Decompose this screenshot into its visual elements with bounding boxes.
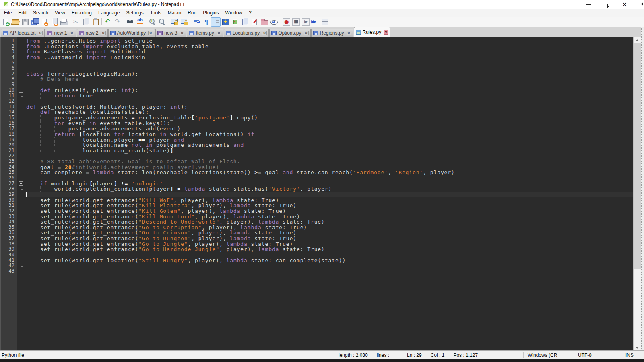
- macro-play-button[interactable]: [301, 17, 310, 27]
- code-line[interactable]: 21 location.can_reach(state)]: [1, 148, 633, 154]
- save-all-button[interactable]: [30, 17, 39, 27]
- code-line[interactable]: 26: [1, 175, 633, 181]
- function-completion-button[interactable]: [221, 17, 230, 27]
- code-line[interactable]: 43: [1, 269, 633, 274]
- macro-record-button[interactable]: [281, 17, 291, 27]
- code-line[interactable]: 29: [1, 192, 633, 197]
- find-button[interactable]: [125, 17, 135, 27]
- code-line[interactable]: 1from ..generic.Rules import set_rule: [1, 38, 633, 44]
- tab-close-icon[interactable]: ×: [384, 30, 388, 35]
- macro-save-button[interactable]: [320, 17, 330, 27]
- open-file-button[interactable]: [10, 17, 20, 27]
- menu-item-file[interactable]: File: [1, 9, 15, 17]
- tab-close-icon[interactable]: ×: [101, 31, 106, 35]
- code-line[interactable]: 3from BaseClasses import MultiWorld: [1, 49, 633, 55]
- copy-button[interactable]: [81, 17, 91, 27]
- tab-items-py[interactable]: Items.py×: [187, 29, 223, 37]
- fold-collapse-icon[interactable]: [17, 71, 25, 77]
- menu-item-language[interactable]: Language: [95, 9, 123, 17]
- macro-stop-button[interactable]: [291, 17, 301, 27]
- tab-scroll-left-icon[interactable]: [639, 2, 643, 6]
- code-line[interactable]: 17 postgame_advancements.add(event): [1, 126, 633, 132]
- show-all-characters-button[interactable]: [201, 17, 211, 27]
- code-line[interactable]: 25 can_complete = lambda state: len(reac…: [1, 170, 633, 175]
- show-indent-guide-button[interactable]: [211, 17, 221, 27]
- tab-close-icon[interactable]: ×: [70, 31, 74, 35]
- fold-collapse-icon[interactable]: [17, 104, 25, 110]
- code-line[interactable]: 10 def rule(self, player: int):: [1, 88, 633, 93]
- fold-collapse-icon[interactable]: [17, 109, 25, 115]
- menu-item-plugins[interactable]: Plugins: [200, 9, 222, 17]
- cut-button[interactable]: [71, 17, 81, 27]
- tab-close-icon[interactable]: ×: [217, 31, 221, 35]
- code-line[interactable]: 34 set_rule(world.get_entrance("Descend …: [1, 219, 633, 225]
- scrollbar-up-icon[interactable]: [634, 37, 641, 43]
- tab-rules-py[interactable]: Rules.py×: [354, 27, 391, 37]
- code-line[interactable]: 42: [1, 263, 633, 269]
- redo-button[interactable]: [113, 17, 122, 27]
- scrollbar-thumb[interactable]: [634, 43, 641, 269]
- paste-button[interactable]: [91, 17, 100, 27]
- code-line[interactable]: 30 set_rule(world.get_entrance("Kill WoF…: [1, 197, 633, 203]
- code-line[interactable]: 37 set_rule(world.get_entrance("Go to Du…: [1, 236, 633, 241]
- close-file-button[interactable]: [39, 17, 49, 27]
- menu-item-edit[interactable]: Edit: [15, 9, 30, 17]
- tab-close-icon[interactable]: ×: [180, 31, 184, 35]
- tab-regions-py[interactable]: Regions.py×: [311, 29, 353, 37]
- code-line[interactable]: 15 postgame_advancements = exclusion_tab…: [1, 115, 633, 121]
- undo-button[interactable]: [103, 17, 113, 27]
- word-wrap-button[interactable]: [192, 17, 201, 27]
- code-line[interactable]: 6: [1, 66, 633, 71]
- tab-autoworld-py[interactable]: AutoWorld.py×: [108, 29, 155, 37]
- menu-item-search[interactable]: Search: [30, 9, 52, 17]
- tab-close-icon[interactable]: ×: [304, 31, 309, 35]
- tab-close-icon[interactable]: ×: [38, 31, 43, 35]
- tab-close-icon[interactable]: ×: [148, 31, 153, 35]
- code-line[interactable]: 28 world.completion_condition[player] = …: [1, 186, 633, 192]
- code-line[interactable]: 19 location.player == player and: [1, 137, 633, 143]
- fold-collapse-icon[interactable]: [17, 88, 25, 93]
- menu-item-settings[interactable]: Settings: [123, 9, 147, 17]
- tab-new-2[interactable]: new 2×: [77, 29, 108, 37]
- sync-vertical-scroll-button[interactable]: [169, 17, 179, 27]
- code-line[interactable]: 23 # 88 total achievements. Goal is to d…: [1, 159, 633, 165]
- tab-ap-ideas-txt[interactable]: AP Ideas.txt×: [1, 29, 45, 37]
- tab-close-icon[interactable]: ×: [262, 31, 267, 35]
- new-file-button[interactable]: [1, 17, 10, 27]
- code-line[interactable]: 16 for event in events_table.keys():: [1, 121, 633, 126]
- code-line[interactable]: 33 set_rule(world.get_entrance("Kill Moo…: [1, 214, 633, 220]
- menu-item-encoding[interactable]: Encoding: [68, 9, 95, 17]
- replace-button[interactable]: [135, 17, 144, 27]
- tab-close-icon[interactable]: ×: [347, 31, 351, 35]
- code-line[interactable]: 40: [1, 252, 633, 258]
- code-line[interactable]: 32 set_rule(world.get_entrance("Kill Gol…: [1, 208, 633, 214]
- restore-button[interactable]: [598, 0, 616, 9]
- close-all-button[interactable]: [49, 17, 59, 27]
- folder-as-workspace-button[interactable]: [259, 17, 269, 27]
- minimize-button[interactable]: [580, 0, 598, 9]
- close-button[interactable]: ×: [616, 0, 634, 9]
- fold-collapse-icon[interactable]: [17, 132, 25, 137]
- code-line[interactable]: 5: [1, 60, 633, 66]
- menu-item-run[interactable]: Run: [184, 9, 200, 17]
- sync-horizontal-scroll-button[interactable]: [179, 17, 189, 27]
- fold-collapse-icon[interactable]: [17, 181, 25, 187]
- code-line[interactable]: 18 return [location for location in worl…: [1, 132, 633, 137]
- code-line[interactable]: 8 # Defs here: [1, 76, 633, 82]
- fold-collapse-icon[interactable]: [17, 121, 25, 126]
- code-line[interactable]: 24 goal = 20#int(world.achievement_goal[…: [1, 165, 633, 170]
- menu-item-help[interactable]: ?: [246, 9, 255, 17]
- code-line[interactable]: 2from .Locations import exclusion_table,…: [1, 44, 633, 49]
- tab-new-1[interactable]: new 1×: [45, 29, 76, 37]
- code-line[interactable]: 4from ..AutoWorld import LogicMixin: [1, 55, 633, 60]
- monitoring-button[interactable]: [269, 17, 279, 27]
- code-line[interactable]: 13def set_rules(world: MultiWorld, playe…: [1, 104, 633, 110]
- menu-item-tools[interactable]: Tools: [147, 9, 165, 17]
- save-button[interactable]: [20, 17, 30, 27]
- code-line[interactable]: 7class TerrariaLogic(LogicMixin):: [1, 71, 633, 77]
- code-line[interactable]: 41 set_rule(world.get_location("Still Hu…: [1, 258, 633, 263]
- tab-options-py[interactable]: Options.py×: [269, 29, 310, 37]
- tab-locations-py[interactable]: Locations.py×: [224, 29, 269, 37]
- function-list-button[interactable]: [250, 17, 259, 27]
- scrollbar-down-icon[interactable]: [634, 344, 641, 350]
